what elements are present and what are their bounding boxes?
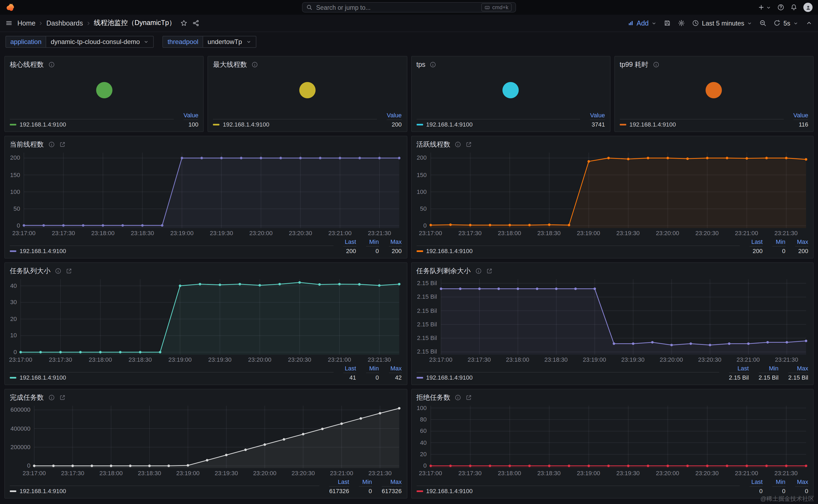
y-axis-tick: 20 — [10, 316, 17, 323]
chevron-right-icon — [38, 20, 44, 26]
legend-series[interactable]: 192.168.1.4:9100 — [213, 121, 377, 128]
info-icon[interactable] — [48, 141, 55, 148]
collapse-toolbar-button[interactable] — [806, 20, 813, 27]
timeseries-chart[interactable]: 23:17:0023:17:3023:18:0023:18:3023:19:00… — [10, 276, 402, 363]
menu-toggle-button[interactable] — [5, 20, 12, 27]
panel-header[interactable]: 完成任务数 — [10, 392, 402, 403]
dashboard-settings-button[interactable] — [678, 20, 685, 27]
legend-header-max[interactable]: Max — [788, 365, 808, 373]
panel-header[interactable]: 活跃线程数 — [416, 139, 808, 150]
panel-header[interactable]: 拒绝任务数 — [416, 392, 808, 403]
legend-header-value[interactable]: Value — [184, 112, 199, 120]
legend-header-max[interactable]: Max — [382, 478, 402, 487]
info-icon[interactable] — [251, 61, 258, 68]
panel-header[interactable]: 最大线程数 — [213, 59, 402, 70]
refresh-picker[interactable]: 5s — [774, 19, 798, 27]
info-icon[interactable] — [48, 394, 55, 401]
legend-header-last[interactable]: Last — [729, 365, 749, 373]
grafana-logo-icon[interactable] — [5, 2, 15, 12]
legend-header-last[interactable]: Last — [329, 478, 349, 487]
add-panel-button[interactable]: Add — [628, 19, 657, 27]
legend-header-value[interactable]: Value — [590, 112, 605, 120]
info-icon[interactable] — [475, 268, 482, 274]
legend-series[interactable]: 192.168.1.4:9100 — [416, 121, 580, 128]
legend-header-max[interactable]: Max — [389, 238, 402, 247]
timeseries-chart[interactable]: 23:17:0023:17:3023:18:0023:18:3023:19:00… — [416, 403, 808, 477]
external-link-icon[interactable] — [66, 268, 72, 274]
y-axis-tick: 30 — [10, 299, 17, 306]
breadcrumb-dashboards[interactable]: Dashboards — [46, 19, 83, 27]
pie-chart[interactable] — [620, 70, 808, 110]
legend-header-max[interactable]: Max — [389, 365, 402, 373]
external-link-icon[interactable] — [59, 394, 65, 401]
variable-application[interactable]: application dynamic-tp-cloud-consul-demo — [5, 36, 154, 48]
legend-series[interactable]: 192.168.1.4:9100 — [416, 248, 740, 254]
search-input[interactable]: Search or jump to... cmd+k — [302, 2, 516, 12]
panel-header[interactable]: 当前线程数 — [10, 139, 402, 150]
legend-header-min[interactable]: Min — [366, 238, 379, 247]
legend-series[interactable]: 192.168.1.4:9100 — [10, 374, 333, 381]
legend-series[interactable]: 192.168.1.4:9100 — [10, 248, 333, 254]
legend-header-max[interactable]: Max — [795, 238, 808, 247]
legend-series[interactable]: 192.168.1.4:9100 — [416, 488, 740, 494]
legend-header-min[interactable]: Min — [759, 365, 778, 373]
timeseries-chart[interactable]: 23:17:0023:17:3023:18:0023:18:3023:19:00… — [416, 150, 808, 237]
x-axis-tick: 23:17:30 — [468, 356, 491, 363]
legend-header-value[interactable]: Value — [793, 112, 808, 120]
legend-header-max[interactable]: Max — [795, 478, 808, 487]
panel-header[interactable]: tp99 耗时 — [620, 59, 808, 70]
save-dashboard-button[interactable] — [664, 20, 671, 27]
variable-value-dropdown[interactable]: undertowTp — [203, 36, 256, 48]
info-icon[interactable] — [455, 141, 461, 148]
external-link-icon[interactable] — [465, 394, 472, 401]
legend-header-last[interactable]: Last — [750, 238, 763, 247]
info-icon[interactable] — [430, 61, 436, 68]
favorite-star-button[interactable] — [181, 20, 188, 27]
time-range-picker[interactable]: Last 5 minutes — [692, 19, 753, 27]
legend-header-value[interactable]: Value — [387, 112, 402, 120]
notifications-button[interactable] — [790, 4, 797, 11]
share-button[interactable] — [193, 20, 200, 27]
timeseries-row-3: 完成任务数 23:17:0023:17:3023:18:0023:18:3023… — [4, 389, 814, 499]
panel-title: 活跃线程数 — [416, 140, 450, 149]
panel-header[interactable]: tps — [416, 59, 605, 70]
breadcrumb-home[interactable]: Home — [17, 19, 36, 27]
info-icon[interactable] — [55, 268, 61, 274]
pie-chart[interactable] — [416, 70, 605, 110]
user-avatar[interactable] — [803, 3, 813, 12]
external-link-icon[interactable] — [59, 141, 65, 148]
legend-header-min[interactable]: Min — [772, 238, 785, 247]
y-axis-tick: 200000 — [10, 444, 30, 451]
legend-header-min[interactable]: Min — [359, 478, 372, 487]
legend-series[interactable]: 192.168.1.4:9100 — [10, 488, 319, 494]
legend-header-last[interactable]: Last — [343, 238, 356, 247]
info-icon[interactable] — [455, 394, 461, 401]
panel-header[interactable]: 任务队列剩余大小 — [416, 266, 808, 276]
legend-header-last[interactable]: Last — [343, 365, 356, 373]
legend-series[interactable]: 192.168.1.4:9100 — [416, 374, 719, 381]
legend: Last Min Max 192.168.1.4:9100 617326 0 6… — [10, 478, 402, 494]
info-icon[interactable] — [48, 61, 55, 68]
external-link-icon[interactable] — [486, 268, 492, 274]
zoom-out-button[interactable] — [760, 20, 767, 27]
external-link-icon[interactable] — [465, 141, 472, 148]
help-button[interactable] — [777, 4, 784, 11]
legend-header-last[interactable]: Last — [750, 478, 763, 487]
info-icon[interactable] — [653, 61, 659, 68]
variable-value-dropdown[interactable]: dynamic-tp-cloud-consul-demo — [46, 36, 154, 48]
timeseries-chart[interactable]: 23:17:0023:17:3023:18:0023:18:3023:19:00… — [10, 403, 402, 477]
variable-threadpool[interactable]: threadpool undertowTp — [163, 36, 256, 48]
legend-series[interactable]: 192.168.1.4:9100 — [620, 121, 784, 128]
pie-chart[interactable] — [213, 70, 402, 110]
new-button[interactable] — [758, 4, 771, 11]
legend-header-min[interactable]: Min — [366, 365, 379, 373]
legend-max-value: 42 — [389, 374, 402, 381]
panel-header[interactable]: 核心线程数 — [10, 59, 199, 70]
timeseries-chart[interactable]: 23:17:0023:17:3023:18:0023:18:3023:19:00… — [416, 276, 808, 363]
panel-core-thread-count: 核心线程数 Value 192.168.1.4:9100 100 — [4, 56, 204, 132]
legend-header-min[interactable]: Min — [772, 478, 785, 487]
timeseries-chart[interactable]: 23:17:0023:17:3023:18:0023:18:3023:19:00… — [10, 150, 402, 237]
legend-series[interactable]: 192.168.1.4:9100 — [10, 121, 174, 128]
pie-chart[interactable] — [10, 70, 199, 110]
panel-header[interactable]: 任务队列大小 — [10, 266, 402, 276]
